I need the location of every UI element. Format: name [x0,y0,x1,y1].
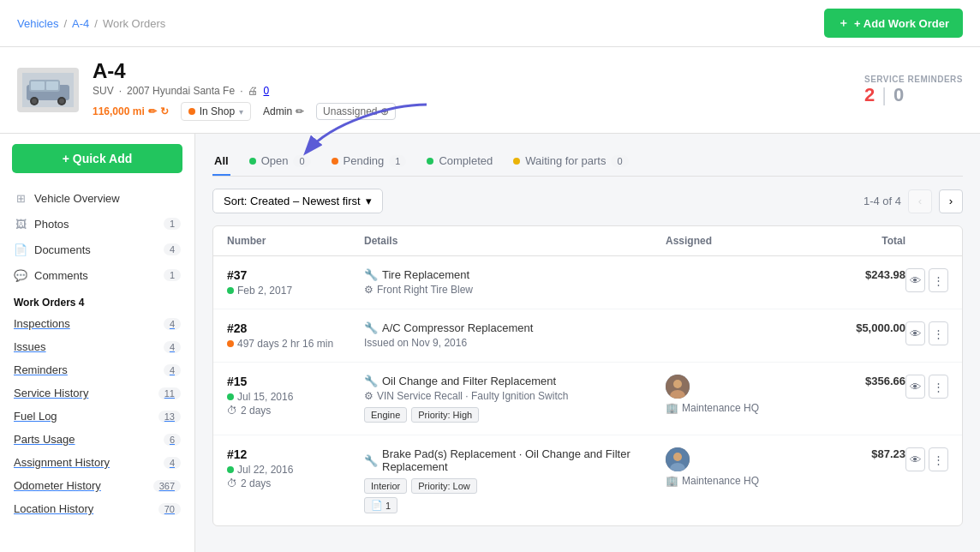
vin-link[interactable]: 0 [263,85,269,97]
wo-total-15: $356.66 [803,375,905,387]
view-button-12[interactable]: 👁 [905,447,925,471]
svg-point-4 [32,99,37,104]
breadcrumb: Vehicles / A-4 / Work Orders [17,17,165,30]
sidebar-item-photos[interactable]: 🖼 Photos 1 [0,211,194,237]
add-work-order-button[interactable]: ＋ + Add Work Order [824,9,963,38]
unassigned-badge[interactable]: Unassigned ⊕ [316,103,396,120]
more-button-28[interactable]: ⋮ [929,321,948,345]
issues-badge: 4 [164,341,181,353]
wo-number-37: #37 Feb 2, 2017 [227,268,364,297]
sidebar-item-inspections[interactable]: Inspections 4 [0,312,194,335]
view-button-15[interactable]: 👁 [905,375,925,399]
view-button-37[interactable]: 👁 [905,268,925,292]
tab-pending[interactable]: Pending 1 [330,147,409,176]
wo-total-37: $243.98 [803,268,905,281]
wo-number-28: #28 497 days 2 hr 16 min [227,321,364,350]
status-dot [227,393,234,400]
tab-open[interactable]: Open 0 [248,147,313,176]
status-dot [227,340,234,347]
sidebar-item-fuel-log[interactable]: Fuel Log 13 [0,405,194,428]
sort-button[interactable]: Sort: Created – Newest first ▾ [212,189,383,213]
tab-completed[interactable]: Completed [425,147,494,176]
vehicle-thumbnail [17,68,79,112]
service-reminders-label: SERVICE REMINDERS [864,75,963,84]
status-badge[interactable]: In Shop ▾ [181,102,251,121]
parts-usage-badge: 6 [164,434,181,446]
view-button-28[interactable]: 👁 [905,321,925,345]
sidebar-item-service-history[interactable]: Service History 11 [0,381,194,405]
more-button-15[interactable]: ⋮ [929,375,948,399]
sidebar-item-parts-usage[interactable]: Parts Usage 6 [0,428,194,451]
svg-rect-8 [46,81,58,90]
page-prev-button[interactable]: ‹ [908,189,932,213]
sidebar-item-assignment-history[interactable]: Assignment History 4 [0,451,194,474]
top-nav: Vehicles / A-4 / Work Orders ＋ + Add Wor… [0,0,980,47]
wo-details-15: 🔧 Oil Change and Filter Replacement ⚙ VI… [364,375,666,423]
wo-assigned-15: 🏢 Maintenance HQ [666,375,803,414]
content-area: All Open 0 Pending 1 Completed Waiting f… [195,134,980,552]
odometer-history-badge: 367 [153,480,181,492]
col-total: Total [803,235,905,247]
breadcrumb-vehicle-id[interactable]: A-4 [72,17,89,30]
table-header: Number Details Assigned Total [213,226,962,256]
inspections-badge: 4 [164,318,181,330]
wo-actions-12: 👁 ⋮ [905,447,948,471]
photos-badge: 1 [164,218,181,230]
breadcrumb-vehicles[interactable]: Vehicles [17,17,58,30]
col-number: Number [227,235,364,247]
table-row: #12 Jul 22, 2016 ⏱ 2 days 🔧 Brake Pad(s)… [213,435,962,525]
col-details: Details [364,235,666,247]
filter-bar: Sort: Created – Newest first ▾ 1-4 of 4 … [212,189,963,213]
vehicle-info: A-4 SUV · 2007 Hyundai Santa Fe · 🖨 0 11… [93,59,851,121]
pending-dot [332,158,338,165]
tab-all[interactable]: All [212,147,230,176]
more-button-37[interactable]: ⋮ [929,268,948,292]
service-history-badge: 11 [158,387,181,399]
col-actions [905,235,948,247]
wo-actions-15: 👁 ⋮ [905,375,948,399]
waiting-count: 0 [611,155,628,167]
comments-badge: 1 [164,269,181,281]
pagination: 1-4 of 4 ‹ › [863,189,963,213]
page-next-button[interactable]: › [939,189,963,213]
wo-tags-15: Engine Priority: High [364,407,666,423]
svg-point-6 [59,99,64,104]
quick-add-button[interactable]: + Quick Add [12,144,182,173]
wo-assigned-12: 🏢 Maintenance HQ [666,447,803,487]
sidebar-item-odometer-history[interactable]: Odometer History 367 [0,474,194,497]
status-dot [227,287,234,294]
tag-priority-low: Priority: Low [411,478,477,494]
photo-icon: 🖼 [14,217,27,231]
wo-number-12: #12 Jul 22, 2016 ⏱ 2 days [227,447,364,489]
tag-priority-high: Priority: High [411,407,479,423]
sidebar-item-vehicle-overview[interactable]: ⊞ Vehicle Overview [0,185,194,211]
wo-tags-12: Interior Priority: Low [364,478,666,494]
sidebar-item-documents[interactable]: 📄 Documents 4 [0,237,194,262]
vehicle-name: A-4 [93,59,851,83]
wo-details-12: 🔧 Brake Pad(s) Replacement · Oil Change … [364,447,666,513]
tab-waiting-for-parts[interactable]: Waiting for parts 0 [511,147,630,176]
status-dot [227,466,234,473]
wo-details-28: 🔧 A/C Compressor Replacement Issued on N… [364,321,666,349]
breadcrumb-section: Work Orders [103,17,165,30]
pending-count: 1 [389,155,406,167]
sidebar-item-reminders[interactable]: Reminders 4 [0,358,194,381]
sidebar-item-comments[interactable]: 💬 Comments 1 [0,262,194,288]
open-count: 0 [293,155,310,167]
vehicle-meta: 116,000 mi ✏ ↻ In Shop ▾ Admin ✏ Unassig… [93,102,851,121]
doc-icon: 📄 [14,243,27,256]
admin-badge: Admin ✏ [263,105,304,117]
wo-actions-28: 👁 ⋮ [905,321,948,345]
wo-actions-37: 👁 ⋮ [905,268,948,292]
more-button-12[interactable]: ⋮ [929,447,948,471]
service-reminders: SERVICE REMINDERS 2 | 0 [864,75,963,106]
wo-total-28: $5,000.00 [803,321,905,334]
completed-dot [427,158,433,165]
work-orders-table: Number Details Assigned Total #37 Feb 2,… [212,225,963,526]
sidebar-item-location-history[interactable]: Location History 70 [0,497,194,520]
documents-badge: 4 [164,243,181,255]
table-row: #28 497 days 2 hr 16 min 🔧 A/C Compresso… [213,309,962,363]
reminder-count-gray: 0 [893,84,904,106]
wo-details-37: 🔧 Tire Replacement ⚙ Front Right Tire Bl… [364,268,666,296]
sidebar-item-issues[interactable]: Issues 4 [0,335,194,358]
